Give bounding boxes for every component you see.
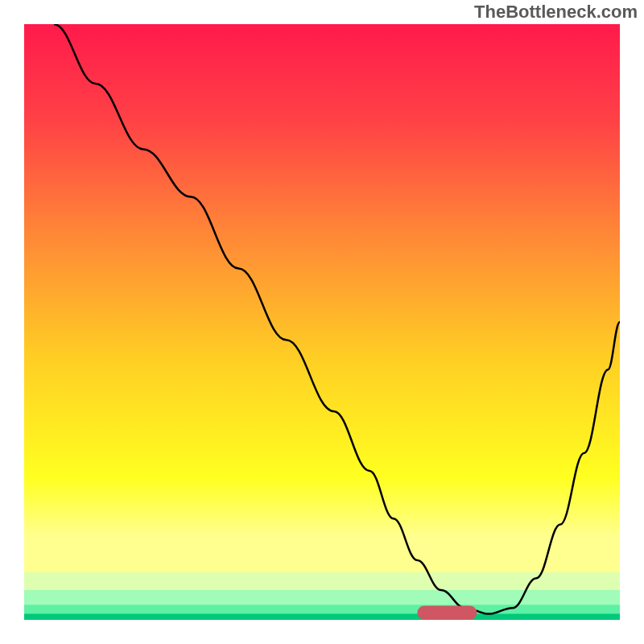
band xyxy=(24,536,620,572)
bottleneck-chart xyxy=(24,24,620,620)
optimal-range-marker xyxy=(417,606,477,620)
highlight-bands xyxy=(24,536,620,620)
band xyxy=(24,605,620,614)
attribution-label: TheBottleneck.com xyxy=(474,2,638,23)
band xyxy=(24,590,620,605)
chart-container xyxy=(24,24,620,620)
gradient-background xyxy=(24,24,620,620)
band xyxy=(24,614,620,620)
